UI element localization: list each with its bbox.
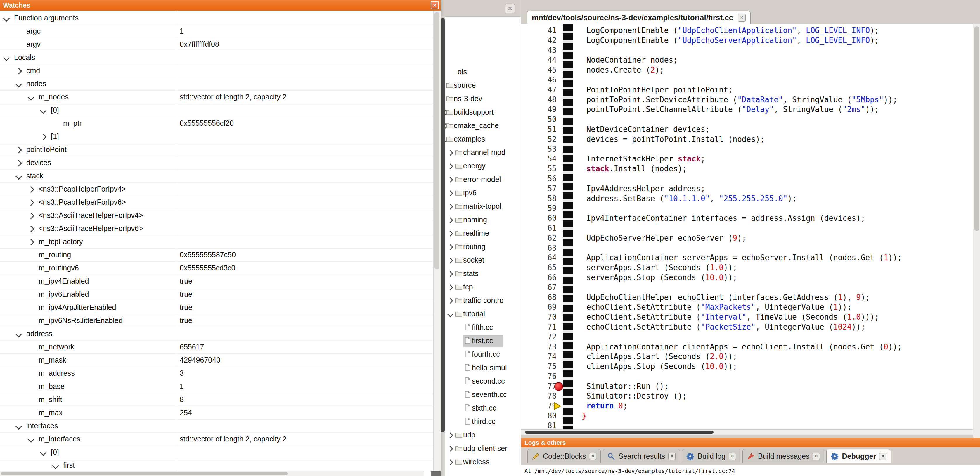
logs-tab-build-messages[interactable]: Build messages× — [743, 449, 824, 463]
tree-folder-item[interactable]: traffic-contro — [441, 294, 521, 307]
watch-row[interactable]: m_ptr0x55555556cf20 — [0, 117, 434, 130]
line-number[interactable]: 62 — [521, 233, 558, 243]
code-line[interactable] — [582, 144, 902, 154]
code-line[interactable]: } — [582, 411, 902, 421]
code-line[interactable]: NodeContainer nodes; — [582, 55, 902, 65]
watch-row[interactable]: first — [0, 459, 434, 471]
tree-folder-item[interactable]: tutorial — [441, 307, 521, 321]
watch-row[interactable]: m_mask4294967040 — [0, 354, 434, 367]
tree-file-item[interactable]: first.cc — [441, 334, 521, 348]
line-number[interactable]: 60 — [521, 214, 558, 224]
code-line[interactable] — [582, 332, 902, 342]
tree-folder-item[interactable]: ipv6 — [441, 186, 521, 200]
tree-folder-item[interactable]: wireless — [441, 455, 521, 469]
logs-tab-search-results[interactable]: Search results× — [603, 449, 680, 463]
watches-vscroll-thumb[interactable] — [434, 12, 439, 269]
watch-row[interactable]: nodes — [0, 77, 434, 91]
code-line[interactable]: LogComponentEnable ("UdpEchoServerApplic… — [582, 36, 902, 46]
expand-icon[interactable] — [447, 433, 453, 438]
editor-vertical-scrollbar[interactable] — [973, 24, 980, 438]
line-number[interactable]: 59 — [521, 203, 558, 214]
expand-icon[interactable] — [447, 244, 453, 250]
watch-row[interactable]: <ns3::PcapHelperForIpv6> — [0, 196, 434, 209]
watch-row[interactable]: cmd — [0, 64, 434, 77]
watch-row[interactable]: m_address3 — [0, 367, 434, 380]
line-number[interactable]: 58 — [521, 194, 558, 204]
watch-row[interactable]: m_network655617 — [0, 341, 434, 354]
collapse-icon[interactable] — [16, 331, 22, 338]
tree-folder-item[interactable]: matrix-topol — [441, 200, 521, 213]
line-number[interactable]: 65 — [521, 263, 558, 273]
code-line[interactable]: pointToPoint.SetChannelAttribute ("Delay… — [582, 105, 902, 115]
watch-row[interactable]: m_ipv6Enabledtrue — [0, 288, 434, 301]
line-number[interactable]: 80 — [521, 411, 558, 421]
expand-icon[interactable] — [447, 231, 453, 236]
tab-close-icon[interactable]: × — [738, 14, 746, 22]
tree-folder-item[interactable]: ols — [441, 65, 521, 79]
code-line[interactable]: echoClient.SetAttribute ("MaxPackets", U… — [582, 302, 902, 312]
expand-icon[interactable] — [447, 257, 453, 264]
collapse-icon[interactable] — [28, 436, 35, 443]
code-line[interactable] — [582, 283, 902, 293]
tree-file-item[interactable]: sixth.cc — [441, 401, 521, 415]
tab-close-icon[interactable]: × — [589, 453, 597, 460]
expand-icon[interactable] — [28, 239, 35, 246]
code-line[interactable]: echoClient.SetAttribute ("PacketSize", U… — [582, 322, 902, 332]
expand-icon[interactable] — [16, 68, 22, 75]
code-line[interactable]: UdpEchoClientHelper echoClient (interfac… — [582, 293, 902, 303]
expand-icon[interactable] — [40, 134, 47, 141]
collapse-icon[interactable] — [16, 173, 22, 180]
line-number-gutter[interactable]: 4142434445464748495051525354555657585960… — [521, 26, 558, 431]
editor-vscroll-thumb[interactable] — [974, 26, 979, 231]
tree-folder-item[interactable]: realtime — [441, 227, 521, 240]
expand-icon[interactable] — [16, 147, 22, 153]
expand-icon[interactable] — [447, 190, 453, 196]
line-number[interactable]: 73 — [521, 342, 558, 352]
collapse-icon[interactable] — [52, 463, 59, 469]
code-line[interactable]: clientApps.Start (Seconds (2.0)); — [582, 352, 902, 362]
line-number[interactable]: 45 — [521, 65, 558, 75]
expand-icon[interactable] — [447, 204, 453, 210]
collapse-icon[interactable] — [40, 449, 47, 456]
code-line[interactable]: serverApps.Stop (Seconds (10.0)); — [582, 273, 902, 283]
line-number[interactable]: 75 — [521, 362, 558, 372]
watch-row[interactable]: stack — [0, 169, 434, 183]
expand-icon[interactable] — [28, 200, 35, 206]
code-line[interactable]: NetDeviceContainer devices; — [582, 125, 902, 134]
code-line[interactable]: nodes.Create (2); — [582, 65, 902, 75]
line-number[interactable]: 64 — [521, 253, 558, 263]
editor-tab[interactable]: mnt/dev/tools/source/ns-3-dev/examples/t… — [527, 11, 751, 24]
line-number[interactable]: 54 — [521, 154, 558, 164]
watch-row[interactable]: m_shift8 — [0, 393, 434, 406]
tree-scrollbar-thumb[interactable] — [441, 18, 445, 432]
tree-file-item[interactable]: seventh.cc — [441, 388, 521, 401]
code-line[interactable]: InternetStackHelper stack; — [582, 154, 902, 164]
expand-icon[interactable] — [447, 459, 453, 465]
editor-hscroll-thumb[interactable] — [525, 431, 714, 434]
collapse-icon[interactable] — [16, 423, 22, 430]
line-number[interactable]: 68 — [521, 293, 558, 303]
pane-close-button[interactable]: × — [505, 4, 515, 13]
code-line[interactable]: ApplicationContainer clientApps = echoCl… — [582, 342, 902, 352]
watch-row[interactable]: m_nodesstd::vector of length 2, capacity… — [0, 91, 434, 104]
collapse-icon[interactable] — [3, 55, 10, 61]
watch-row[interactable]: m_base1 — [0, 380, 434, 393]
watches-close-button[interactable]: × — [431, 1, 439, 10]
watch-row[interactable]: m_ipv4Enabledtrue — [0, 275, 434, 288]
watches-titlebar[interactable]: Watches × — [0, 0, 441, 11]
tab-close-icon[interactable]: × — [668, 453, 676, 460]
line-number[interactable]: 77 — [521, 382, 558, 391]
code-line[interactable]: serverApps.Start (Seconds (1.0)); — [582, 263, 902, 273]
tree-file-item[interactable]: hello-simul — [441, 361, 521, 375]
watch-row[interactable]: m_max254 — [0, 406, 434, 420]
watch-row[interactable]: m_interfacesstd::vector of length 2, cap… — [0, 433, 434, 446]
line-number[interactable]: 63 — [521, 243, 558, 253]
code-line[interactable]: Simulator::Run (); — [582, 382, 902, 391]
expand-icon[interactable] — [447, 446, 453, 452]
tree-folder-item[interactable]: routing — [441, 240, 521, 254]
line-number[interactable]: 76 — [521, 372, 558, 382]
expand-icon[interactable] — [447, 163, 453, 169]
watch-row[interactable]: address — [0, 327, 434, 341]
expand-icon[interactable] — [447, 150, 453, 156]
code-line[interactable]: pointToPoint.SetDeviceAttribute ("DataRa… — [582, 95, 902, 105]
